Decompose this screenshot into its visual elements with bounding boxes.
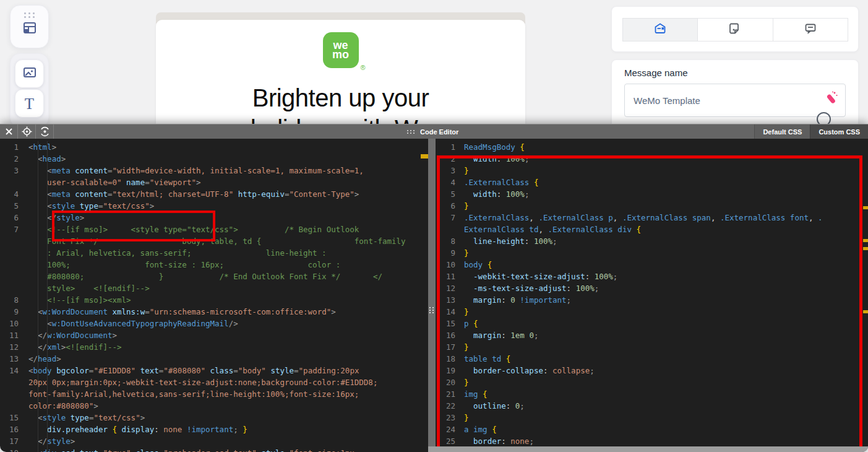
code-row: 7 <!--[if mso]> <style type="text/css"> …	[0, 224, 428, 235]
message-name-label: Message name	[624, 67, 688, 78]
overview-ruler-marker	[421, 154, 428, 159]
code-row: 3 <meta content="width=device-width, ini…	[0, 165, 428, 176]
text-tool-glyph: T	[25, 96, 34, 111]
code-row: 10body {	[436, 259, 868, 271]
text-block-button[interactable]: T	[15, 89, 44, 118]
overview-ruler-marker	[863, 239, 868, 242]
locate-target-button[interactable]	[18, 124, 35, 139]
code-row: 20px 0px;margin:0px;-webkit-text-size-ad…	[0, 376, 428, 388]
code-row: 4 <meta content="text/html; charset=UTF-…	[0, 188, 428, 200]
code-row: 20}	[436, 376, 868, 388]
code-row: 9 <w:WordDocument xmlns:w="urn:schemas-m…	[0, 306, 428, 318]
mail-settings-icon	[653, 22, 667, 38]
code-row: color:#808080">	[0, 400, 428, 412]
code-row: 18 <div esd-text="true" class="preheader…	[0, 447, 428, 452]
sidebar-blocks-card: T	[10, 53, 49, 128]
tab-message-settings[interactable]	[623, 19, 698, 41]
code-editor-drag-title[interactable]: Code Editor	[407, 124, 458, 139]
magic-wand-icon[interactable]	[823, 90, 840, 108]
code-row: 7.ExternalClass, .ExternalClass p, .Exte…	[436, 212, 868, 224]
overview-ruler-marker	[863, 247, 868, 250]
code-row: 16 div.preheader { display: none !import…	[0, 424, 428, 435]
code-row: Font Fix */ body, table, td { font-famil…	[0, 235, 428, 247]
indent-guide	[38, 141, 38, 452]
image-icon	[22, 65, 37, 82]
sidebar-modules-card[interactable]	[10, 5, 49, 48]
message-name-input[interactable]	[624, 84, 846, 117]
custom-css-button[interactable]: Custom CSS	[810, 124, 868, 139]
code-row: 1ReadMsgBody {	[436, 141, 868, 153]
code-row: 16 margin: 1em 0;	[436, 329, 868, 341]
code-row: font-family:Arial,helvetica,sans-serif;l…	[0, 388, 428, 400]
code-row: 25 border: none;	[436, 435, 868, 447]
message-name-card: Message name	[611, 59, 859, 129]
code-row: 15p {	[436, 318, 868, 329]
indent-guide	[47, 141, 48, 452]
code-row: 21img {	[436, 388, 868, 400]
code-row: ExternalClass td, .ExternalClass div {	[436, 224, 868, 235]
code-row: 17 </style>	[0, 435, 428, 447]
tab-stickers[interactable]	[698, 19, 773, 41]
code-row: 13</head>	[0, 353, 428, 365]
code-row: 100%; font-size : 16px; color :	[0, 259, 428, 271]
code-row: 1<html>	[0, 141, 428, 153]
code-row: 3}	[436, 165, 868, 176]
code-editor-body: 1<html>2 <head>3 <meta content="width=de…	[0, 139, 868, 452]
drag-dots-icon	[407, 130, 415, 134]
code-editor-panel: Code Editor Default CSS Custom CSS 1<htm…	[0, 124, 868, 452]
close-button[interactable]	[0, 124, 17, 139]
code-row: : Arial, helvetica, sans-serif; line-hei…	[0, 247, 428, 259]
sticker-tag-icon	[728, 22, 742, 38]
code-row: 5 width: 100%;	[436, 188, 868, 200]
code-editor-header: Code Editor Default CSS Custom CSS	[0, 124, 868, 139]
code-row: 11 -webkit-text-size-adjust: 100%;	[436, 271, 868, 282]
code-row: 15 <style type="text/css">	[0, 412, 428, 424]
code-row: user-scalable=0" name="viewport">	[0, 176, 428, 188]
settings-tabs-card	[611, 6, 859, 52]
image-block-button[interactable]	[15, 59, 44, 88]
code-row: 6}	[436, 200, 868, 212]
css-code-pane[interactable]: 1ReadMsgBody {2 width: 100%;3}4.External…	[436, 139, 868, 452]
pane-resize-divider[interactable]	[428, 139, 436, 452]
email-preview-canvas[interactable]: we mo ® Brighten up your holidays with W…	[156, 20, 525, 124]
horizontal-scrollbar[interactable]	[428, 446, 868, 452]
code-editor-title: Code Editor	[420, 128, 458, 136]
code-row: 24a img {	[436, 424, 868, 435]
code-row: 22 outline: 0;	[436, 400, 868, 412]
code-row: 11 </w:WordDocument>	[0, 329, 428, 341]
registered-mark: ®	[360, 63, 365, 72]
drag-handle-icon[interactable]	[24, 12, 35, 18]
code-row: 23}	[436, 412, 868, 424]
code-row: 12 </xml><![endif]-->	[0, 341, 428, 353]
code-row: 14<body bgcolor="#E1DDD8" text="#808080"…	[0, 365, 428, 376]
code-row: #808080; } /* End Outlook Font Fix */ </	[0, 271, 428, 282]
code-row: 12 -ms-text-size-adjust: 100%;	[436, 282, 868, 294]
code-row: 14}	[436, 306, 868, 318]
default-css-button[interactable]: Default CSS	[754, 124, 810, 139]
code-row: 17}	[436, 341, 868, 353]
email-heading-line1[interactable]: Brighten up your	[156, 84, 525, 112]
code-row: 13 margin: 0 !important;	[436, 294, 868, 306]
code-row: 4.ExternalClass {	[436, 176, 868, 188]
code-row: 6 </style>	[0, 212, 428, 224]
code-row: style> <![endif]-->	[0, 282, 428, 294]
overview-ruler-marker	[863, 206, 868, 209]
divider-grip-icon	[429, 307, 434, 313]
html-code-pane[interactable]: 1<html>2 <head>3 <meta content="width=de…	[0, 139, 428, 452]
focus-scope-button[interactable]	[36, 124, 53, 139]
tab-comments[interactable]	[773, 19, 848, 41]
code-row: 8 line-height: 100%;	[436, 235, 868, 247]
layout-structure-icon	[11, 18, 48, 39]
code-row: 19 border-collapse: collapse;	[436, 365, 868, 376]
comment-bubble-icon	[804, 22, 817, 38]
code-row: 2 width: 100%;	[436, 153, 868, 165]
overview-ruler-marker	[863, 310, 868, 313]
code-row: 18table td {	[436, 353, 868, 365]
code-row: 5 <style type="text/css">	[0, 200, 428, 212]
code-row: 10 <w:DontUseAdvancedTypographyReadingMa…	[0, 318, 428, 329]
code-row: 2 <head>	[0, 153, 428, 165]
code-row: 9}	[436, 247, 868, 259]
code-row: 8 <!--[if mso]><xml>	[0, 294, 428, 306]
settings-tabs	[622, 18, 848, 41]
wemo-logo[interactable]: we mo ®	[323, 32, 359, 68]
